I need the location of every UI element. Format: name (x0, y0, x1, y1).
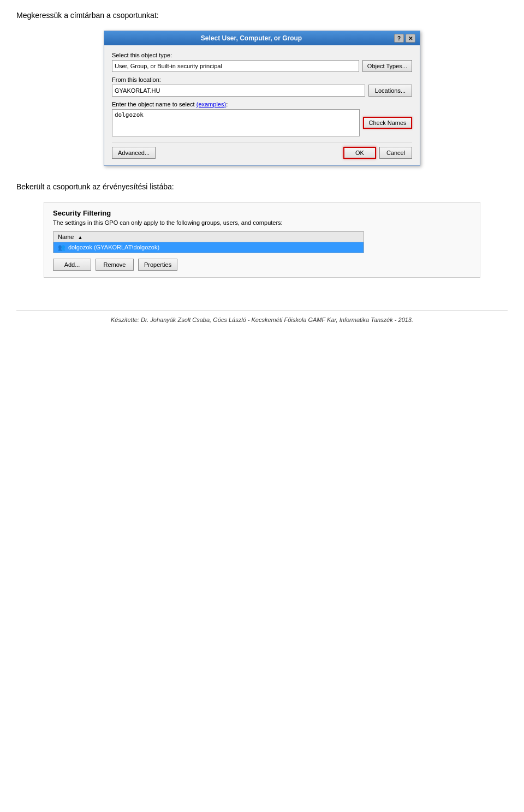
name-header-text: Name (58, 234, 74, 240)
select-user-dialog: Select User, Computer, or Group ? ✕ Sele… (104, 31, 420, 166)
properties-button[interactable]: Properties (138, 259, 177, 271)
security-table: Name ▲ 👥dolgozok (GYAKORLAT\dolgozok) (53, 231, 364, 253)
ok-button[interactable]: OK (343, 147, 376, 159)
remove-button[interactable]: Remove (96, 259, 134, 271)
table-row[interactable]: 👥dolgozok (GYAKORLAT\dolgozok) (53, 242, 364, 253)
object-types-button[interactable]: Object Types... (362, 60, 412, 72)
second-section-text: Bekerült a csoportunk az érvényesítési l… (16, 182, 508, 191)
dialog-titlebar: Select User, Computer, or Group ? ✕ (104, 31, 420, 45)
enter-section: Enter the object name to select (example… (112, 101, 412, 136)
footer-text: Készítette: Dr. Johanyák Zsolt Csaba, Gö… (111, 317, 413, 323)
object-type-group: Select this object type: Object Types... (112, 52, 412, 72)
footer: Készítette: Dr. Johanyák Zsolt Csaba, Gö… (16, 311, 508, 323)
help-button[interactable]: ? (394, 34, 404, 43)
locations-button[interactable]: Locations... (368, 85, 412, 97)
name-input[interactable] (112, 109, 360, 136)
security-panel: Security Filtering The settings in this … (44, 202, 480, 278)
security-panel-wrapper: Security Filtering The settings in this … (44, 202, 508, 278)
dialog-title: Select User, Computer, or Group (109, 34, 394, 42)
bottom-left: Advanced... (112, 147, 156, 159)
row-name-text: dolgozok (GYAKORLAT\dolgozok) (68, 244, 159, 250)
dialog-wrapper: Select User, Computer, or Group ? ✕ Sele… (16, 31, 508, 166)
security-title: Security Filtering (53, 209, 471, 217)
titlebar-buttons: ? ✕ (394, 34, 415, 43)
enter-label-text: Enter the object name to select (112, 101, 195, 108)
advanced-button[interactable]: Advanced... (112, 147, 156, 159)
bottom-right: OK Cancel (343, 147, 412, 159)
location-label: From this location: (112, 76, 412, 83)
security-description: The settings in this GPO can only apply … (53, 219, 471, 226)
close-button[interactable]: ✕ (406, 34, 415, 43)
location-row: Locations... (112, 85, 412, 97)
security-table-body: 👥dolgozok (GYAKORLAT\dolgozok) (53, 242, 364, 253)
dialog-body: Select this object type: Object Types...… (104, 45, 420, 165)
add-button[interactable]: Add... (53, 259, 91, 271)
name-column-header: Name ▲ (53, 232, 364, 242)
user-group-icon: 👥 (58, 244, 66, 250)
cancel-button[interactable]: Cancel (379, 147, 412, 159)
table-header: Name ▲ (53, 232, 364, 242)
check-names-button[interactable]: Check Names (363, 117, 412, 129)
colon: : (226, 101, 228, 108)
name-input-row: Check Names (112, 109, 412, 136)
enter-label: Enter the object name to select (example… (112, 101, 412, 108)
table-cell-name: 👥dolgozok (GYAKORLAT\dolgozok) (53, 242, 364, 253)
object-type-label: Select this object type: (112, 52, 412, 58)
object-type-row: Object Types... (112, 60, 412, 72)
examples-link[interactable]: (examples) (196, 101, 226, 108)
location-input[interactable] (112, 85, 365, 97)
location-group: From this location: Locations... (112, 76, 412, 97)
intro-text: Megkeressük a címtárban a csoportunkat: (16, 11, 508, 20)
table-header-row: Name ▲ (53, 232, 364, 242)
sort-arrow-icon: ▲ (78, 235, 82, 240)
object-type-input[interactable] (112, 60, 359, 72)
bottom-row: Advanced... OK Cancel (112, 142, 412, 159)
security-buttons: Add... Remove Properties (53, 259, 471, 271)
